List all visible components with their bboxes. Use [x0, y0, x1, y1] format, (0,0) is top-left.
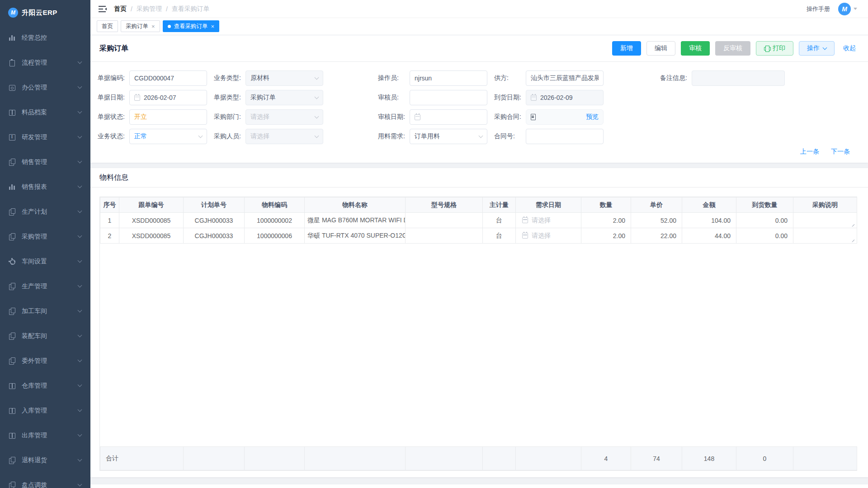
- need-date-picker[interactable]: 请选择: [516, 213, 581, 228]
- sidebar-item-process-mgmt[interactable]: 流程管理: [0, 50, 90, 75]
- tab-purchase-order[interactable]: 采购订单 ×: [121, 20, 160, 32]
- breadcrumb-view-order: 查看采购订单: [172, 5, 210, 13]
- chevron-down-icon: [78, 432, 82, 437]
- field-arrival-date: 到货日期: 2026-02-09: [494, 90, 660, 105]
- total-amount: 148: [682, 447, 736, 470]
- bill-code-input[interactable]: [134, 75, 202, 82]
- sidebar-item-sales-report[interactable]: 销售报表: [0, 174, 90, 199]
- sidebar-item-production-mgmt[interactable]: 生产管理: [0, 274, 90, 299]
- manual-link[interactable]: 操作手册: [807, 5, 830, 13]
- collapse-button[interactable]: 收起: [842, 41, 857, 56]
- preview-link[interactable]: 预览: [586, 113, 599, 121]
- i-square-icon: [9, 134, 15, 141]
- next-record-link[interactable]: 下一条: [831, 148, 850, 156]
- chevron-down-icon: [78, 109, 82, 114]
- sidebar-item-inbound-mgmt[interactable]: 入库管理: [0, 398, 90, 423]
- order-form: 单据编码: 业务类型: 原材料 操作员: 供方:: [90, 62, 868, 145]
- purchase-person-select[interactable]: 请选择: [245, 129, 323, 144]
- office-icon: [9, 84, 15, 91]
- purchase-note-textarea[interactable]: [793, 228, 857, 244]
- sidebar-item-purchase-mgmt[interactable]: 采购管理: [0, 224, 90, 249]
- chevron-down-icon: [78, 358, 82, 362]
- add-button[interactable]: 新增: [612, 41, 641, 56]
- sidebar-item-assembly-workshop[interactable]: 装配车间: [0, 324, 90, 348]
- chevron-down-icon: [78, 408, 82, 412]
- arrival-date-picker[interactable]: 2026-02-09: [526, 90, 604, 105]
- tab-view-purchase-order[interactable]: 查看采购订单 ×: [163, 20, 220, 32]
- chevron-down-icon: [78, 84, 82, 89]
- sidebar-item-workshop-setting[interactable]: 车间设置: [0, 249, 90, 274]
- purchase-order-card: 采购订单 新增 编辑 审核 反审核 打印 操作 收起: [90, 35, 868, 163]
- chevron-down-icon: [78, 234, 82, 238]
- book-icon: [9, 109, 15, 116]
- avatar[interactable]: M: [838, 3, 851, 15]
- calendar-icon: [134, 95, 140, 101]
- biz-status-select[interactable]: 正常: [129, 129, 207, 144]
- sidebar-item-rd-mgmt[interactable]: 研发管理: [0, 125, 90, 150]
- edit-button[interactable]: 编辑: [646, 41, 675, 56]
- sidebar-item-stocktake-transfer[interactable]: 盘点调拨: [0, 473, 90, 488]
- biz-type-select[interactable]: 原材料: [245, 70, 323, 86]
- field-bill-code: 单据编码:: [98, 70, 214, 86]
- status-badge: 正常: [134, 132, 147, 141]
- sidebar-item-production-plan[interactable]: 生产计划: [0, 199, 90, 224]
- auditor-input[interactable]: [415, 94, 482, 101]
- user-menu-caret-icon[interactable]: [854, 8, 857, 12]
- bill-status-box: 开立: [129, 109, 207, 125]
- pages-icon: [9, 159, 15, 165]
- field-biz-type: 业务类型: 原材料: [214, 70, 378, 86]
- page-title: 采购订单: [99, 44, 128, 53]
- breadcrumb-home[interactable]: 首页: [114, 5, 127, 13]
- purchase-note-textarea[interactable]: [793, 213, 857, 228]
- chevron-down-icon: [78, 308, 82, 313]
- field-material-demand: 用料需求: 订单用料: [378, 129, 494, 144]
- sidebar-item-office-mgmt[interactable]: 办公管理: [0, 75, 90, 100]
- record-pager: 上一条 下一条: [90, 145, 868, 163]
- purchase-dept-select[interactable]: 请选择: [245, 109, 323, 125]
- chevron-down-icon: [78, 60, 82, 64]
- bill-type-select[interactable]: 采购订单: [245, 90, 323, 105]
- operator-input[interactable]: [415, 75, 482, 82]
- chevron-down-icon: [78, 333, 82, 338]
- app-logo-icon: M: [8, 8, 18, 18]
- close-icon[interactable]: ×: [151, 23, 155, 30]
- unaudit-button: 反审核: [715, 41, 750, 56]
- sidebar-item-sales-mgmt[interactable]: 销售管理: [0, 150, 90, 174]
- material-demand-select[interactable]: 订单用料: [410, 129, 487, 144]
- audit-button[interactable]: 审核: [681, 41, 710, 56]
- print-button[interactable]: 打印: [756, 41, 793, 56]
- chevron-down-icon: [78, 134, 82, 139]
- gear-icon: [9, 258, 15, 265]
- sidebar-item-material-return[interactable]: 退料退货: [0, 448, 90, 473]
- breadcrumb-purchase-mgmt[interactable]: 采购管理: [137, 5, 162, 13]
- sidebar-item-outsourcing-mgmt[interactable]: 委外管理: [0, 348, 90, 373]
- field-bill-date: 单据日期: 2026-02-07: [98, 90, 214, 105]
- contract-no-input[interactable]: [531, 133, 599, 140]
- breadcrumb: 首页 / 采购管理 / 查看采购订单: [114, 5, 210, 13]
- sidebar-item-outbound-mgmt[interactable]: 出库管理: [0, 423, 90, 448]
- bill-date-picker[interactable]: 2026-02-07: [129, 90, 207, 105]
- table-row: 1 XSDD000085 CGJH000033 1000000002 微星 MA…: [100, 213, 857, 228]
- need-date-picker[interactable]: 请选择: [516, 228, 581, 244]
- audit-date-picker[interactable]: [410, 109, 487, 125]
- tab-home[interactable]: 首页: [97, 20, 118, 32]
- chevron-down-icon: [315, 75, 319, 80]
- supplier-input[interactable]: 汕头市三辰蓝猫产品发展有限公司: [526, 70, 604, 86]
- remark-input[interactable]: [697, 75, 780, 82]
- sidebar-item-item-archive[interactable]: 料品档案: [0, 100, 90, 125]
- collapse-sidebar-icon[interactable]: [99, 6, 107, 12]
- pages-icon: [9, 482, 15, 488]
- sidebar-item-business-overview[interactable]: 经营总控: [0, 25, 90, 50]
- active-dot-icon: [168, 25, 171, 28]
- close-icon[interactable]: ×: [211, 23, 215, 30]
- prev-record-link[interactable]: 上一条: [800, 148, 819, 156]
- materials-section-title: 物料信息: [90, 168, 868, 187]
- table-empty-area: [100, 244, 857, 447]
- action-dropdown-button[interactable]: 操作: [799, 41, 835, 56]
- sidebar-item-warehouse-mgmt[interactable]: 仓库管理: [0, 373, 90, 398]
- chevron-down-icon: [479, 134, 483, 138]
- field-supplier: 供方: 汕头市三辰蓝猫产品发展有限公司: [494, 70, 660, 86]
- contract-box: 预览: [526, 109, 604, 125]
- sidebar-item-processing-workshop[interactable]: 加工车间: [0, 299, 90, 324]
- sidebar: M 升阳云ERP 经营总控 流程管理 办公管理 料品档案 研发管理 销售管理: [0, 0, 90, 488]
